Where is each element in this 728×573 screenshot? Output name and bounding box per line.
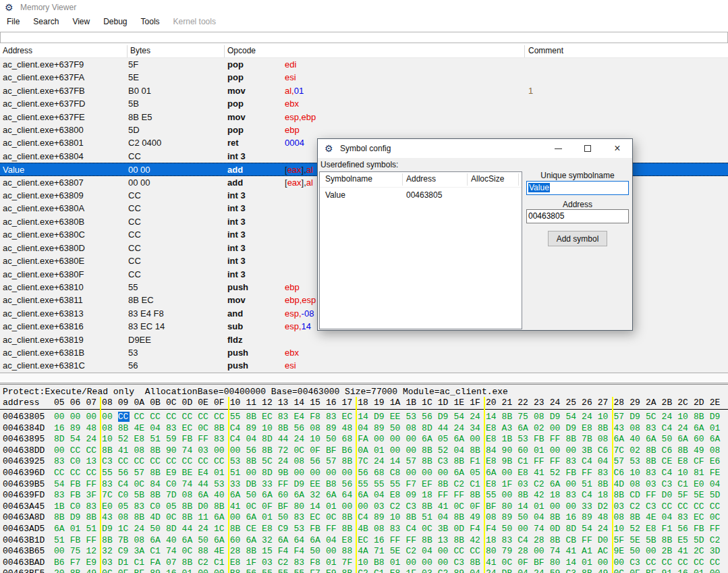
hex-byte[interactable]: 6A bbox=[486, 468, 499, 478]
hex-byte[interactable]: C4 bbox=[662, 468, 675, 478]
hex-byte[interactable]: FA bbox=[150, 557, 163, 568]
hex-byte[interactable]: 8B bbox=[629, 512, 643, 522]
hex-byte[interactable]: 00 bbox=[326, 546, 339, 556]
hex-byte[interactable]: 8D bbox=[262, 468, 275, 478]
hex-byte[interactable]: 00 bbox=[550, 501, 563, 512]
hex-byte[interactable]: F1 bbox=[662, 524, 675, 534]
hex-byte[interactable]: 80 bbox=[550, 557, 563, 568]
hex-byte[interactable]: 10 bbox=[390, 512, 403, 522]
hex-byte[interactable]: 51 bbox=[150, 434, 163, 444]
hex-byte[interactable]: 48 bbox=[86, 423, 99, 433]
hex-byte[interactable]: 8B bbox=[246, 546, 259, 556]
hex-byte[interactable]: 54 bbox=[582, 524, 595, 534]
hex-byte[interactable]: 56 bbox=[310, 456, 323, 466]
hex-byte[interactable]: 54 bbox=[54, 479, 67, 489]
hex-byte[interactable]: 41 bbox=[565, 546, 579, 556]
hex-byte[interactable]: 00 bbox=[390, 445, 403, 456]
hex-byte[interactable]: 8B bbox=[550, 512, 563, 522]
hex-byte[interactable]: 00 bbox=[438, 468, 451, 478]
hex-byte[interactable]: C4 bbox=[230, 423, 244, 433]
hex-byte[interactable]: 49 bbox=[694, 445, 707, 456]
hex-byte[interactable]: 88 bbox=[198, 546, 211, 556]
hex-byte[interactable]: C8 bbox=[390, 468, 403, 478]
hex-byte[interactable]: 89 bbox=[374, 423, 387, 433]
hex-byte[interactable]: 09 bbox=[405, 490, 419, 500]
hex-byte[interactable]: DB bbox=[246, 479, 259, 489]
hex-byte[interactable]: 03 bbox=[646, 479, 659, 489]
hex-byte[interactable]: 6A bbox=[677, 434, 691, 444]
pane-splitter[interactable] bbox=[0, 373, 728, 383]
hex-byte[interactable]: 8B bbox=[517, 490, 531, 500]
hex-byte[interactable]: 55 bbox=[262, 568, 275, 573]
hex-byte[interactable]: 04 bbox=[326, 535, 339, 545]
hex-byte[interactable]: FF bbox=[326, 524, 339, 534]
hex-byte[interactable]: 55 bbox=[390, 479, 403, 489]
hex-byte[interactable]: 2B bbox=[662, 546, 675, 556]
hex-byte[interactable]: 33 bbox=[262, 479, 275, 489]
hex-byte[interactable]: EC bbox=[310, 512, 323, 522]
hex-byte[interactable]: CB bbox=[565, 535, 579, 545]
hex-byte[interactable]: 5D bbox=[710, 490, 723, 500]
hex-byte[interactable]: A1 bbox=[582, 546, 595, 556]
hex-byte[interactable]: 00 bbox=[230, 512, 244, 522]
hex-byte[interactable]: 44 bbox=[182, 524, 196, 534]
hex-byte[interactable]: 53 bbox=[294, 524, 308, 534]
hex-byte[interactable]: 8B bbox=[582, 568, 595, 573]
hex-byte[interactable]: 00 bbox=[358, 501, 371, 512]
hex-byte[interactable]: 24 bbox=[86, 434, 99, 444]
hex-byte[interactable]: C6 bbox=[598, 445, 611, 456]
hex-byte[interactable]: 0A bbox=[358, 445, 371, 456]
hex-byte[interactable]: 00 bbox=[54, 412, 67, 422]
hex-byte[interactable]: 01 bbox=[262, 512, 275, 522]
hex-byte[interactable]: D9 bbox=[710, 412, 723, 422]
hex-byte[interactable]: 24 bbox=[198, 524, 211, 534]
hex-byte[interactable]: 49 bbox=[598, 568, 611, 573]
hex-byte[interactable]: 55 bbox=[374, 479, 387, 489]
hex-byte[interactable]: 6A bbox=[614, 434, 627, 444]
hex-byte[interactable]: 14 bbox=[358, 412, 371, 422]
hex-byte[interactable]: 24 bbox=[534, 568, 547, 573]
hex-byte[interactable]: 18 bbox=[550, 490, 563, 500]
hex-byte[interactable]: CC bbox=[694, 557, 707, 568]
hex-byte[interactable]: 16 bbox=[677, 568, 691, 573]
hex-byte[interactable]: 07 bbox=[166, 557, 179, 568]
hex-byte[interactable]: C3 bbox=[438, 456, 451, 466]
hex-byte[interactable]: 8B bbox=[150, 490, 163, 500]
hex-byte[interactable]: 55 bbox=[278, 568, 291, 573]
hex-byte[interactable]: B8 bbox=[230, 568, 244, 573]
hex-byte[interactable]: D2 bbox=[598, 501, 611, 512]
hex-byte[interactable]: 6A bbox=[454, 434, 468, 444]
hex-byte[interactable]: 24 bbox=[278, 456, 291, 466]
hex-byte[interactable]: C6 bbox=[614, 468, 627, 478]
hex-byte[interactable]: 8B bbox=[246, 456, 259, 466]
hex-byte[interactable]: F4 bbox=[486, 524, 499, 534]
hex-byte[interactable]: 52 bbox=[118, 434, 132, 444]
hex-byte[interactable]: 10 bbox=[262, 423, 275, 433]
menu-tools[interactable]: Tools bbox=[134, 15, 167, 29]
hex-byte[interactable]: FB bbox=[534, 434, 547, 444]
hex-byte[interactable]: E8 bbox=[390, 568, 403, 573]
hex-byte[interactable]: 91 bbox=[662, 568, 675, 573]
hex-byte[interactable]: FF bbox=[454, 490, 468, 500]
hex-byte[interactable]: 24 bbox=[454, 423, 468, 433]
hex-byte[interactable]: 28 bbox=[230, 546, 244, 556]
hex-byte[interactable]: 00 bbox=[342, 468, 356, 478]
hex-byte[interactable]: 08 bbox=[102, 423, 115, 433]
hex-byte[interactable]: 56 bbox=[358, 468, 371, 478]
hex-byte[interactable]: 52 bbox=[438, 445, 451, 456]
symbol-row-cell[interactable]: 00463805 bbox=[406, 190, 442, 200]
hex-byte[interactable]: 89 bbox=[246, 423, 259, 433]
hex-byte[interactable]: 08 bbox=[182, 490, 196, 500]
hex-byte[interactable]: 01 bbox=[582, 557, 595, 568]
hex-byte[interactable]: 57 bbox=[134, 468, 148, 478]
hex-byte[interactable]: 15 bbox=[262, 546, 275, 556]
hex-byte[interactable]: 00 bbox=[54, 445, 67, 456]
hex-byte[interactable]: 8B bbox=[677, 445, 691, 456]
menu-search[interactable]: Search bbox=[26, 15, 65, 29]
hex-byte[interactable]: 03 bbox=[102, 557, 115, 568]
hex-byte[interactable]: 8B bbox=[454, 535, 468, 545]
hex-byte[interactable]: CC bbox=[86, 468, 99, 478]
disasm-row[interactable]: ac_client.exe+638005Dpopebp bbox=[0, 124, 728, 136]
hex-byte[interactable]: 8B bbox=[598, 479, 611, 489]
hex-byte[interactable]: 00 bbox=[214, 568, 227, 573]
